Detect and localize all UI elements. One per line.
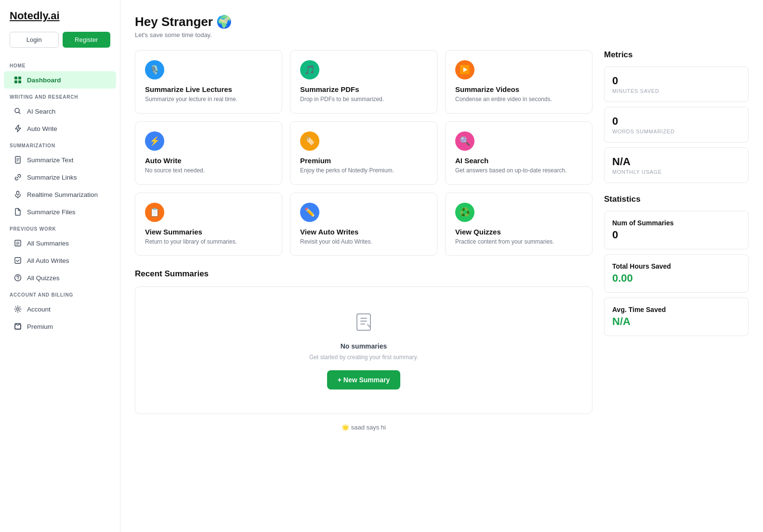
premium-icon [13,322,22,331]
card-desc-view-quizzes: Practice content from your summaries. [455,238,582,246]
quiz-icon [13,273,22,282]
content-area: 🎙️ Summarize Live Lectures Summarize you… [135,50,749,431]
statistics-section: Statistics Num of Summaries 0 Total Hour… [604,195,749,336]
list-icon [13,239,22,247]
svg-rect-6 [17,191,19,195]
card-icon-view-summaries: 📋 [145,203,164,222]
svg-rect-1 [18,77,21,79]
sidebar-item-label-summarize-files: Summarize Files [27,208,76,216]
svg-rect-3 [18,80,21,83]
stat-card-2: Avg. Time Saved N/A [604,298,749,336]
sidebar-item-label-summarize-text: Summarize Text [27,156,74,164]
stats-cards: Num of Summaries 0 Total Hours Saved 0.0… [604,211,749,336]
feature-card-summarize-live[interactable]: 🎙️ Summarize Live Lectures Summarize you… [135,50,282,114]
feature-card-premium-card[interactable]: 🏷️ Premium Enjoy the perks of Notedly Pr… [290,121,437,185]
feature-card-summarize-videos[interactable]: ▶️ Summarize Videos Condense an entire v… [445,50,592,114]
feature-cards-grid: 🎙️ Summarize Live Lectures Summarize you… [135,50,592,256]
card-desc-ai-search-card: Get answers based on up-to-date research… [455,167,582,175]
sidebar-item-summarize-text[interactable]: Summarize Text [4,151,116,169]
sidebar-item-label-all-summaries: All Summaries [27,240,69,247]
svg-rect-9 [15,258,21,263]
recent-summaries-title: Recent Summaries [135,269,592,279]
card-desc-summarize-live: Summarize your lecture in real time. [145,95,272,104]
sidebar-section-account-and-billing: ACCOUNT AND BILLING [0,286,120,300]
sidebar-item-dashboard[interactable]: Dashboard [4,71,116,89]
card-icon-auto-write-card: ⚡ [145,131,164,151]
metric-value-0: 0 [612,75,740,87]
sidebar-item-all-summaries[interactable]: All Summaries [4,234,116,252]
stat-value-1: 0.00 [612,272,740,285]
svg-point-11 [18,279,19,280]
sidebar-item-auto-write[interactable]: Auto Write [4,120,116,137]
login-button[interactable]: Login [10,32,59,48]
metric-value-1: 0 [612,115,740,128]
metric-label-2: MONTHLY USAGE [612,169,740,175]
svg-rect-2 [14,80,17,83]
svg-point-10 [15,275,21,281]
search-icon [13,107,22,116]
grid-icon [13,76,22,84]
feature-card-ai-search-card[interactable]: 🔍 AI Search Get answers based on up-to-d… [445,121,592,185]
sidebar-item-all-quizzes[interactable]: All Quizzes [4,269,116,286]
stat-card-1: Total Hours Saved 0.00 [604,254,749,293]
card-desc-view-auto-writes: Revisit your old Auto Writes. [300,238,427,246]
sidebar-item-realtime[interactable]: Realtime Summarization [4,186,116,203]
sidebar-item-all-auto-writes[interactable]: All Auto Writes [4,252,116,269]
sidebar-item-account[interactable]: Account [4,300,116,318]
card-desc-premium-card: Enjoy the perks of Notedly Premium. [300,167,427,175]
feature-card-view-quizzes[interactable]: ♻️ View Quizzes Practice content from yo… [445,193,592,256]
gear-icon [13,305,22,313]
logo[interactable]: Notedly.ai [0,10,120,32]
feature-card-view-summaries[interactable]: 📋 View Summaries Return to your library … [135,193,282,256]
empty-icon [353,311,374,337]
sidebar-sections: HOME Dashboard WRITING AND RESEARCH AI S… [0,57,120,335]
metric-label-1: WORDS SUMMARIZED [612,129,740,134]
sidebar-item-label-premium: Premium [27,323,53,330]
feature-card-view-auto-writes[interactable]: ✏️ View Auto Writes Revisit your old Aut… [290,193,437,256]
sidebar-item-label-summarize-links: Summarize Links [27,174,77,181]
stat-label-1: Total Hours Saved [612,262,740,270]
main-column: 🎙️ Summarize Live Lectures Summarize you… [135,50,592,431]
sidebar-item-label-realtime: Realtime Summarization [27,191,98,198]
sidebar-item-label-account: Account [27,306,51,313]
card-icon-premium-card: 🏷️ [300,131,319,151]
feature-card-auto-write-card[interactable]: ⚡ Auto Write No source text needed. [135,121,282,185]
register-button[interactable]: Register [63,32,111,48]
link-icon [13,173,22,182]
empty-subtitle: Get started by creating your first summa… [309,354,418,361]
card-desc-view-summaries: Return to your library of summaries. [145,238,272,246]
sidebar-item-ai-search[interactable]: AI Search [4,103,116,120]
sidebar-item-label-all-auto-writes: All Auto Writes [27,257,69,264]
sidebar-item-summarize-links[interactable]: Summarize Links [4,169,116,186]
sidebar-item-premium[interactable]: Premium [4,318,116,335]
card-title-view-summaries: View Summaries [145,228,272,236]
statistics-title: Statistics [604,195,749,204]
svg-rect-14 [357,314,370,330]
check-list-icon [13,256,22,265]
card-title-view-quizzes: View Quizzes [455,228,582,236]
page-header: Hey Stranger 🌍 Let's save some time toda… [135,14,749,39]
feature-card-summarize-pdfs[interactable]: 🎵 Summarize PDFs Drop in PDFs to be summ… [290,50,437,114]
new-summary-button[interactable]: + New Summary [327,370,401,389]
card-icon-view-quizzes: ♻️ [455,203,474,222]
sidebar: Notedly.ai Login Register HOME Dashboard… [0,0,120,532]
card-desc-auto-write-card: No source text needed. [145,167,272,175]
empty-title: No summaries [341,342,387,350]
metric-card-0: 0 MINUTES SAVED [604,66,749,102]
card-title-summarize-live: Summarize Live Lectures [145,85,272,93]
mic-icon [13,190,22,199]
card-icon-summarize-live: 🎙️ [145,60,164,79]
metric-value-2: N/A [612,156,740,168]
sidebar-item-summarize-files[interactable]: Summarize Files [4,203,116,221]
card-icon-view-auto-writes: ✏️ [300,203,319,222]
svg-point-12 [17,308,19,311]
card-title-premium-card: Premium [300,156,427,165]
metric-card-2: N/A MONTHLY USAGE [604,147,749,183]
metric-label-0: MINUTES SAVED [612,88,740,94]
metrics-cards: 0 MINUTES SAVED 0 WORDS SUMMARIZED N/A M… [604,66,749,183]
card-icon-ai-search-card: 🔍 [455,131,474,151]
lightning-icon [13,124,22,133]
sidebar-item-label-auto-write: Auto Write [27,125,57,132]
page-subtitle: Let's save some time today. [135,31,749,39]
metrics-statistics-col: Metrics 0 MINUTES SAVED 0 WORDS SUMMARIZ… [604,50,749,431]
